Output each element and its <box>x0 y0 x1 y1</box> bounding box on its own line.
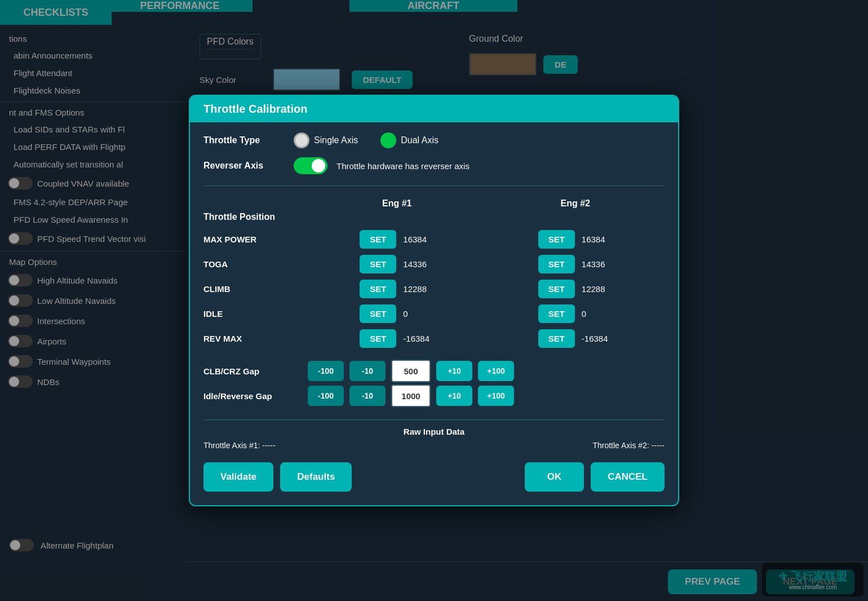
throttle-calibration-modal: Throttle Calibration Throttle Type Singl… <box>189 95 679 506</box>
eng2-header: Eng #2 <box>561 198 590 209</box>
clb-value-input[interactable] <box>391 360 431 382</box>
modal-divider-1 <box>203 185 665 186</box>
pos-label-rev-max: REV MAX <box>203 334 242 343</box>
position-header-label: Throttle Position <box>203 212 275 222</box>
eng1-row-max: SET 16384 <box>308 227 486 251</box>
eng1-header: Eng #1 <box>382 198 411 209</box>
eng2-row-climb: SET 12288 <box>486 276 665 301</box>
eng2-val-max: 16384 <box>582 235 613 244</box>
eng1-val-max: 16384 <box>403 235 434 244</box>
eng2-row-rev: SET -16384 <box>486 326 665 351</box>
reverser-toggle-knob <box>312 159 325 173</box>
dual-axis-label: Dual Axis <box>401 135 439 145</box>
modal-overlay: Throttle Calibration Throttle Type Singl… <box>0 0 868 601</box>
throttle-axis1: Throttle Axis #1: ----- <box>203 441 276 450</box>
throttle-type-label: Throttle Type <box>203 135 294 145</box>
position-labels-col: Throttle Position MAX POWER TOGA CLIMB I… <box>203 195 308 351</box>
validate-button[interactable]: Validate <box>203 462 273 492</box>
clb-gap-row: -100 -10 +10 +100 <box>308 359 665 383</box>
eng1-set-idle[interactable]: SET <box>360 304 396 323</box>
eng2-val-climb: 12288 <box>582 284 613 294</box>
eng1-val-toga: 14336 <box>403 259 434 269</box>
single-axis-radio[interactable] <box>294 132 309 148</box>
eng1-row-climb: SET 12288 <box>308 276 486 301</box>
throttle-axis2: Throttle Axis #2: ----- <box>592 441 665 450</box>
ok-button[interactable]: OK <box>525 462 584 492</box>
modal-header: Throttle Calibration <box>190 96 678 122</box>
pos-label-toga: TOGA <box>203 259 228 269</box>
eng1-set-max[interactable]: SET <box>360 230 396 249</box>
pos-label-idle: IDLE <box>203 309 223 319</box>
reverser-axis-label: Reverser Axis <box>203 161 294 171</box>
eng2-col: Eng #2 SET 16384 SET 14336 SET 12288 <box>486 195 665 351</box>
pos-label-max-power: MAX POWER <box>203 235 256 244</box>
eng1-val-rev: -16384 <box>403 334 434 343</box>
eng1-col: Eng #1 SET 16384 SET 14336 SET 12288 <box>308 195 486 351</box>
raw-input-section: Raw Input Data Throttle Axis #1: ----- T… <box>203 419 665 450</box>
eng1-set-climb[interactable]: SET <box>360 280 396 298</box>
eng1-val-climb: 12288 <box>403 284 434 294</box>
eng2-set-idle[interactable]: SET <box>538 304 575 323</box>
eng1-row-idle: SET 0 <box>308 301 486 326</box>
modal-body: Throttle Type Single Axis Dual Axis Reve… <box>190 122 678 450</box>
eng1-row-rev: SET -16384 <box>308 326 486 351</box>
reverser-text: Throttle hardware has reverser axis <box>336 161 470 171</box>
modal-footer: Validate Defaults OK CANCEL <box>190 453 678 492</box>
clb-crz-label: CLB/CRZ Gap <box>203 366 259 376</box>
eng1-val-idle: 0 <box>403 309 434 319</box>
eng2-row-idle: SET 0 <box>486 301 665 326</box>
eng1-row-toga: SET 14336 <box>308 251 486 276</box>
idle-minus10-btn[interactable]: -10 <box>349 386 386 406</box>
single-axis-option[interactable]: Single Axis <box>294 132 358 148</box>
eng2-row-max: SET 16384 <box>486 227 665 251</box>
cancel-button[interactable]: CANCEL <box>591 462 665 492</box>
idle-rev-label: Idle/Reverse Gap <box>203 391 272 401</box>
defaults-button[interactable]: Defaults <box>280 462 352 492</box>
eng2-row-toga: SET 14336 <box>486 251 665 276</box>
clb-minus10-btn[interactable]: -10 <box>349 361 386 381</box>
eng2-set-toga[interactable]: SET <box>538 255 575 273</box>
throttle-type-row: Throttle Type Single Axis Dual Axis <box>203 132 665 148</box>
reverser-toggle[interactable] <box>294 157 327 174</box>
idle-plus100-btn[interactable]: +100 <box>478 386 514 406</box>
clb-minus100-btn[interactable]: -100 <box>308 361 344 381</box>
eng2-val-idle: 0 <box>582 309 613 319</box>
raw-title: Raw Input Data <box>203 427 665 436</box>
raw-values-row: Throttle Axis #1: ----- Throttle Axis #2… <box>203 441 665 450</box>
reverser-axis-row: Reverser Axis Throttle hardware has reve… <box>203 157 665 174</box>
eng2-val-toga: 14336 <box>582 259 613 269</box>
eng2-val-rev: -16384 <box>582 334 613 343</box>
clb-plus10-btn[interactable]: +10 <box>436 361 472 381</box>
idle-plus10-btn[interactable]: +10 <box>436 386 472 406</box>
idle-value-input[interactable] <box>391 385 431 407</box>
single-axis-label: Single Axis <box>314 135 358 145</box>
gap-controls-area: -100 -10 +10 +100 -100 -10 +10 +100 <box>308 359 665 408</box>
idle-minus100-btn[interactable]: -100 <box>308 386 344 406</box>
dual-axis-option[interactable]: Dual Axis <box>380 132 439 148</box>
eng2-set-climb[interactable]: SET <box>538 280 575 298</box>
idle-gap-row: -100 -10 +10 +100 <box>308 383 665 408</box>
eng2-set-max[interactable]: SET <box>538 230 575 249</box>
gap-labels: CLB/CRZ Gap Idle/Reverse Gap <box>203 359 308 408</box>
pos-label-climb: CLIMB <box>203 284 231 294</box>
eng1-set-toga[interactable]: SET <box>360 255 396 273</box>
position-table: Throttle Position MAX POWER TOGA CLIMB I… <box>203 195 665 351</box>
eng2-set-rev[interactable]: SET <box>538 329 575 348</box>
gap-section: CLB/CRZ Gap Idle/Reverse Gap -100 -10 +1… <box>203 359 665 408</box>
dual-axis-radio[interactable] <box>380 132 396 148</box>
eng1-set-rev[interactable]: SET <box>360 329 396 348</box>
clb-plus100-btn[interactable]: +100 <box>478 361 514 381</box>
